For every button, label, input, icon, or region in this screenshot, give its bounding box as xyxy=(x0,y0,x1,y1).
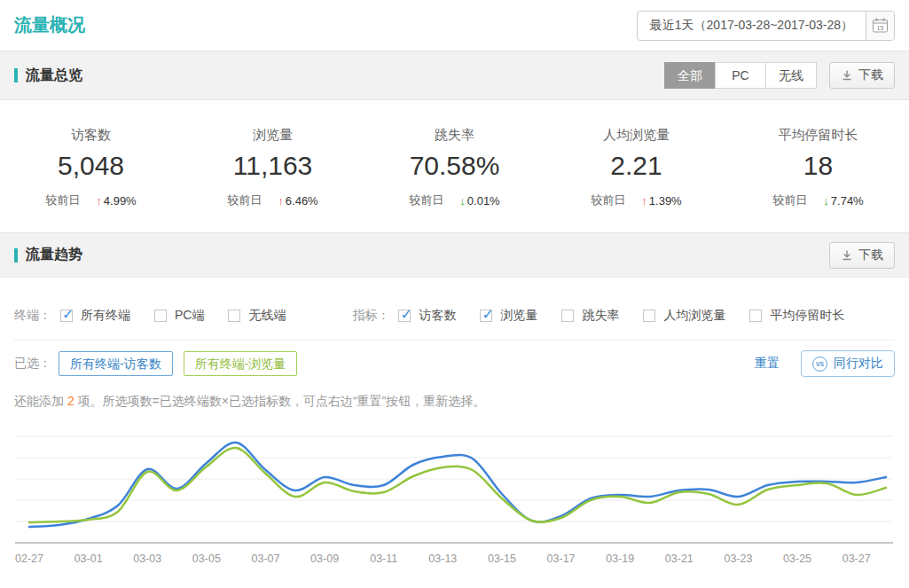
metric-option-pageviews[interactable]: 浏览量 xyxy=(480,308,537,324)
terminal-option-wireless[interactable]: 无线端 xyxy=(228,308,286,324)
section-title-overview: 流量总览 xyxy=(14,67,82,85)
checkbox-icon xyxy=(398,310,411,322)
metric-card-views-per-visitor: 人均浏览量 2.21 较前日 ↑ 1.39% xyxy=(545,127,727,232)
metric-label: 访客数 xyxy=(0,127,182,144)
metric-label: 平均停留时长 xyxy=(727,127,909,144)
metric-label: 浏览量 xyxy=(182,127,364,144)
metric-value: 70.58% xyxy=(364,151,545,181)
metric-label: 人均浏览量 xyxy=(545,127,727,144)
download-button-trend[interactable]: 下载 xyxy=(829,242,895,269)
terminal-option-all[interactable]: 所有终端 xyxy=(60,308,130,324)
metric-option-avg-stay-time[interactable]: 平均停留时长 xyxy=(749,308,844,324)
metric-value: 18 xyxy=(727,151,909,181)
download-icon xyxy=(841,249,853,262)
series-所有终端-浏览量 xyxy=(29,448,886,522)
metrics-row: 访客数 5,048 较前日 ↑ 4.99% 浏览量 11,163 较前日 ↑ 6… xyxy=(0,100,909,232)
checkbox-icon xyxy=(480,310,492,322)
checkbox-icon xyxy=(561,310,574,322)
svg-text:03-05: 03-05 xyxy=(192,553,221,565)
overview-section-header: 流量总览 全部 PC 无线 下载 xyxy=(0,51,909,100)
trend-arrow-icon: ↓ xyxy=(823,194,829,208)
metric-value: 5,048 xyxy=(0,151,182,181)
selected-label: 已选： xyxy=(14,356,51,372)
change-value: 7.74% xyxy=(831,194,864,208)
svg-text:03-11: 03-11 xyxy=(370,553,397,565)
compare-label: 较前日 xyxy=(409,192,443,208)
traffic-trend-chart[interactable]: 02-2703-0103-0303-0503-0703-0903-1103-13… xyxy=(0,419,909,588)
page-header: 流量概况 最近1天（2017-03-28~2017-03-28） 15 xyxy=(0,0,909,51)
metric-filter-label: 指标： xyxy=(352,308,389,324)
selected-tag-visitors[interactable]: 所有终端-访客数 xyxy=(59,351,173,376)
metric-value: 2.21 xyxy=(545,151,727,181)
checkbox-icon xyxy=(228,310,240,322)
change-value: 6.46% xyxy=(286,194,318,208)
checkbox-icon xyxy=(154,310,167,322)
terminal-filter-label: 终端： xyxy=(14,308,51,324)
trend-arrow-icon: ↑ xyxy=(278,194,284,208)
compare-label: 较前日 xyxy=(227,192,262,208)
svg-text:02-27: 02-27 xyxy=(15,553,43,565)
metric-card-visitors: 访客数 5,048 较前日 ↑ 4.99% xyxy=(0,127,182,232)
tab-all[interactable]: 全部 xyxy=(664,62,716,89)
svg-text:03-07: 03-07 xyxy=(251,553,279,565)
checkbox-icon xyxy=(749,310,762,322)
download-button-overview[interactable]: 下载 xyxy=(829,62,895,89)
trend-arrow-icon: ↓ xyxy=(459,194,466,208)
svg-text:03-03: 03-03 xyxy=(133,553,161,565)
svg-text:03-09: 03-09 xyxy=(310,553,339,565)
device-tab-group: 全部 PC 无线 xyxy=(664,62,817,89)
change-value: 0.01% xyxy=(467,194,500,208)
trend-arrow-icon: ↑ xyxy=(641,194,647,208)
svg-text:03-15: 03-15 xyxy=(488,553,516,565)
checkbox-icon xyxy=(643,310,655,322)
metric-card-bounce-rate: 跳失率 70.58% 较前日 ↓ 0.01% xyxy=(364,127,545,232)
series-所有终端-访客数 xyxy=(29,443,886,527)
selected-tag-pageviews[interactable]: 所有终端-浏览量 xyxy=(184,351,298,376)
date-range-text: 最近1天（2017-03-28~2017-03-28） xyxy=(638,12,866,40)
svg-text:03-17: 03-17 xyxy=(547,553,576,565)
trend-arrow-icon: ↑ xyxy=(96,194,102,208)
metric-card-avg-stay-time: 平均停留时长 18 较前日 ↓ 7.74% xyxy=(727,127,909,232)
trend-section-header: 流量趋势 下载 xyxy=(0,232,909,278)
reset-button[interactable]: 重置 xyxy=(755,356,780,372)
section-accent-bar xyxy=(14,68,18,82)
checkbox-icon xyxy=(60,310,73,322)
svg-text:03-21: 03-21 xyxy=(665,553,694,565)
svg-text:03-23: 03-23 xyxy=(724,553,752,565)
remaining-count: 2 xyxy=(67,394,74,408)
svg-text:03-19: 03-19 xyxy=(606,553,634,565)
peer-compare-button[interactable]: vs 同行对比 xyxy=(801,350,895,377)
change-value: 4.99% xyxy=(104,194,137,208)
svg-text:03-25: 03-25 xyxy=(783,553,811,565)
date-range-picker[interactable]: 最近1天（2017-03-28~2017-03-28） 15 xyxy=(637,11,895,41)
metric-card-pageviews: 浏览量 11,163 较前日 ↑ 6.46% xyxy=(182,127,364,232)
compare-label: 较前日 xyxy=(45,192,80,208)
selected-series-row: 已选： 所有终端-访客数 所有终端-浏览量 重置 vs 同行对比 xyxy=(14,341,895,387)
vs-icon: vs xyxy=(812,357,827,372)
svg-text:03-01: 03-01 xyxy=(74,553,103,565)
section-accent-bar xyxy=(14,248,18,263)
note-text: 还能添加 2 项。所选项数=已选终端数×已选指标数，可点右边“重置”按钮，重新选… xyxy=(14,387,895,410)
trend-filter-row: 终端： 所有终端 PC端 无线端 指标： 访客数 浏览量 跳失率 xyxy=(14,292,895,341)
svg-text:15: 15 xyxy=(877,25,884,31)
download-icon xyxy=(841,69,853,82)
metric-value: 11,163 xyxy=(182,151,364,181)
terminal-option-pc[interactable]: PC端 xyxy=(154,308,204,324)
change-value: 1.39% xyxy=(649,194,682,208)
tab-wireless[interactable]: 无线 xyxy=(765,62,817,89)
metric-label: 跳失率 xyxy=(364,127,545,144)
metric-option-bounce-rate[interactable]: 跳失率 xyxy=(561,308,619,324)
tab-pc[interactable]: PC xyxy=(715,62,766,89)
calendar-icon[interactable]: 15 xyxy=(866,12,894,40)
page-title: 流量概况 xyxy=(14,13,85,37)
svg-text:03-13: 03-13 xyxy=(428,553,457,565)
metric-option-views-per-visitor[interactable]: 人均浏览量 xyxy=(643,308,725,324)
compare-label: 较前日 xyxy=(591,192,625,208)
svg-text:03-27: 03-27 xyxy=(842,553,871,565)
section-title-trend: 流量趋势 xyxy=(14,246,82,264)
metric-option-visitors[interactable]: 访客数 xyxy=(398,308,456,324)
compare-label: 较前日 xyxy=(772,192,807,208)
